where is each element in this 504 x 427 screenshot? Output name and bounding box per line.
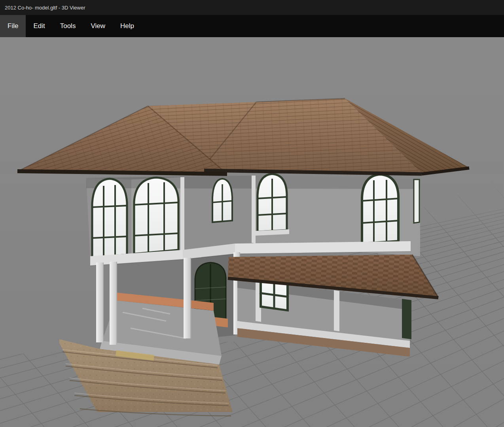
- menu-help[interactable]: Help: [113, 15, 142, 37]
- side-door: [402, 299, 411, 339]
- scene-render: [0, 0, 504, 427]
- arched-window: [134, 178, 178, 254]
- menu-file[interactable]: File: [0, 15, 26, 37]
- corner-trim: [252, 176, 256, 244]
- house-model: [17, 98, 469, 416]
- viewport-canvas[interactable]: [0, 0, 504, 427]
- menubar: File Edit Tools View Help: [0, 15, 504, 37]
- titlebar: 2012 Co-ho- model.gltf - 3D Viewer: [0, 0, 504, 15]
- arched-window: [362, 174, 398, 244]
- arched-window: [255, 174, 289, 236]
- menu-edit[interactable]: Edit: [26, 15, 52, 37]
- small-arched-window: [212, 179, 232, 222]
- menu-view[interactable]: View: [83, 15, 113, 37]
- window-title: 2012 Co-ho- model.gltf - 3D Viewer: [5, 5, 85, 11]
- corner-window-sliver: [414, 179, 419, 223]
- corner-trim: [180, 177, 184, 252]
- menu-tools[interactable]: Tools: [53, 15, 83, 37]
- arched-window: [92, 179, 127, 258]
